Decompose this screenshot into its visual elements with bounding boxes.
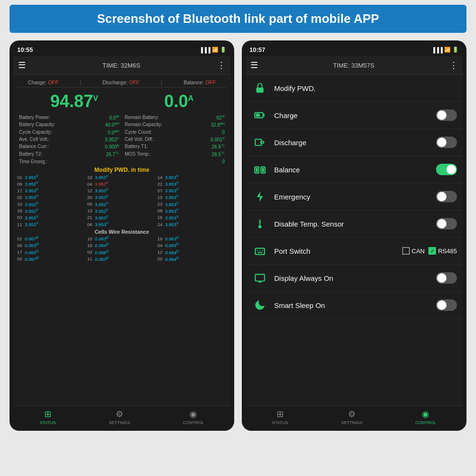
modify-title: Modify PWD. in time: [17, 165, 227, 174]
control-icon-wrap: [251, 269, 268, 287]
cell-item: 073.953V: [158, 188, 227, 193]
discharge-status: Discharge: OFF: [102, 79, 139, 85]
toggle-smart-sleep-on[interactable]: [436, 299, 457, 311]
toggle-charge[interactable]: [436, 109, 457, 121]
r-nav-control[interactable]: ◉ CONTROL: [415, 409, 436, 425]
cell-item: 183.952V: [17, 208, 86, 214]
rs485-checkbox[interactable]: ✓ RS485: [428, 247, 457, 255]
resistance-item: 010.067Ω: [17, 236, 86, 241]
svg-rect-13: [255, 248, 265, 255]
control-icon: ◉: [189, 409, 197, 419]
svg-marker-8: [257, 191, 263, 202]
resistance-title: Cells Wire Resistance: [17, 227, 227, 236]
rs485-checkbox-box[interactable]: ✓: [428, 247, 436, 255]
r-status-icon: ⊞: [277, 409, 284, 419]
control-icon-wrap: [251, 134, 268, 151]
cell-item: 223.953V: [158, 181, 227, 187]
control-label-5: Disable Temp. Sensor: [274, 220, 430, 228]
control-icon-wrap: [251, 297, 268, 314]
resistance-item: 200.064Ω: [158, 256, 227, 262]
right-status-icons: ▐▐▐ 📶 🔋: [432, 47, 459, 53]
r-nav-status[interactable]: ⊞ STATUS: [272, 409, 288, 425]
stat-battery-t1: Battery T1: 26.9°C: [123, 143, 227, 150]
right-bottom-nav: ⊞ STATUS ⚙ SETTINGS ◉ CONTROL: [246, 406, 463, 427]
r-hamburger-icon[interactable]: ☰: [250, 60, 258, 70]
right-status-bar: 10:57 ▐▐▐ 📶 🔋: [246, 45, 463, 56]
left-app-header: ☰ TIME: 32M6S ⋮: [13, 56, 230, 75]
r-more-icon[interactable]: ⋮: [449, 60, 458, 70]
toggle-display-always-on[interactable]: [436, 272, 457, 284]
nav-status[interactable]: ⊞ STATUS: [40, 409, 56, 425]
toggle-discharge[interactable]: [436, 137, 457, 148]
control-icon-wrap: [251, 161, 268, 178]
hamburger-icon[interactable]: ☰: [18, 60, 26, 70]
resistance-item: 170.065Ω: [17, 249, 86, 255]
stat-balance-curr: Balance Curr.: 0.000A: [17, 143, 121, 150]
resistance-item: 020.067Ω: [17, 256, 86, 262]
nav-control[interactable]: ◉ CONTROL: [183, 409, 204, 425]
control-icon-wrap: [251, 79, 268, 97]
wifi-icon: 📶: [212, 47, 218, 53]
stats-grid: Battery Power: 0.0W Remain Battery: 82% …: [17, 113, 227, 159]
right-phone: 10:57 ▐▐▐ 📶 🔋 ☰ TIME: 33M57S ⋮ Modify PW…: [242, 40, 466, 431]
cell-item: 113.953V: [17, 221, 86, 227]
control-item: Smart Sleep On: [246, 292, 463, 319]
stat-remain-battery: Remain Battery: 82%: [123, 114, 227, 121]
stat-mos-temp: MOS Temp.: 28.5°C: [123, 151, 227, 158]
header-banner: Screenshot of Bluetooth link part of mob…: [10, 5, 466, 33]
right-app-time: TIME: 33M57S: [333, 62, 375, 69]
settings-icon: ⚙: [116, 409, 123, 419]
left-status-section: Charge: OFF | Discharge: OFF | Balance: …: [13, 75, 230, 406]
rs485-label: RS485: [438, 248, 457, 255]
resistance-grid: 010.067Ω100.063Ω190.063Ω090.063Ω180.064Ω…: [17, 236, 227, 262]
control-item: Balance: [246, 156, 463, 183]
cell-item: 133.952V: [87, 208, 156, 214]
more-icon[interactable]: ⋮: [217, 60, 226, 70]
svg-point-12: [258, 225, 262, 228]
r-wifi-icon: 📶: [444, 47, 451, 53]
left-phone: 10:55 ▐▐▐ 📶 🔋 ☰ TIME: 32M6S ⋮ Charge: OF…: [10, 40, 234, 431]
toggle-emergency[interactable]: [436, 191, 457, 202]
port-switch-row: CAN ✓ RS485: [402, 247, 457, 255]
battery-icon: 🔋: [220, 47, 227, 53]
page-title: Screenshot of Bluetooth link part of mob…: [19, 11, 457, 26]
stat-cycle-count: Cycle Count: 0: [123, 129, 227, 136]
control-item: Discharge: [246, 129, 463, 156]
control-item: Modify PWD.: [246, 75, 463, 102]
control-item: Display Always On: [246, 265, 463, 292]
svg-rect-2: [256, 114, 260, 117]
stat-cycle-capacity: Cycle Capacity: 0.0AH: [17, 129, 121, 136]
control-list: Modify PWD. Charge Discharge Balance Eme…: [246, 75, 463, 406]
cell-item: 193.953V: [87, 174, 156, 180]
control-item: Emergency: [246, 183, 463, 210]
resistance-item: 190.063Ω: [158, 236, 227, 241]
cell-item: 203.953V: [87, 194, 156, 200]
can-checkbox[interactable]: CAN: [402, 247, 425, 255]
right-app-header: ☰ TIME: 33M57S ⋮: [246, 56, 463, 75]
control-label-7: Display Always On: [274, 274, 430, 282]
stat-avg-cell-volt: Ave. Cell Volt.: 3.953V: [17, 136, 121, 143]
status-icon: ⊞: [44, 409, 51, 419]
r-battery-icon: 🔋: [452, 47, 459, 53]
cell-item: 163.953V: [158, 215, 227, 220]
cell-item: 153.953V: [158, 194, 227, 200]
big-values: 94.87V 0.0A: [17, 88, 227, 113]
control-label-2: Discharge: [274, 139, 430, 147]
control-label-1: Charge: [274, 111, 430, 119]
nav-settings[interactable]: ⚙ SETTINGS: [109, 409, 130, 425]
toggle-balance[interactable]: [436, 164, 457, 175]
balance-status: Balance: OFF: [184, 79, 216, 85]
cell-item: 053.952V: [87, 201, 156, 207]
stat-battery-capacity: Battery Capacity: 40.0AH: [17, 121, 121, 128]
left-bottom-nav: ⊞ STATUS ⚙ SETTINGS ◉ CONTROL: [13, 406, 230, 427]
can-checkbox-box[interactable]: [402, 247, 410, 255]
phones-row: 10:55 ▐▐▐ 📶 🔋 ☰ TIME: 32M6S ⋮ Charge: OF…: [10, 40, 466, 431]
resistance-item: 100.063Ω: [87, 236, 156, 241]
control-item: Port Switch CAN ✓ RS485: [246, 238, 463, 265]
stat-remain-capacity: Remain Capacity: 32.8AH: [123, 121, 227, 128]
r-nav-settings[interactable]: ⚙ SETTINGS: [341, 409, 363, 425]
cell-item: 043.952V: [87, 181, 156, 187]
stat-battery-power: Battery Power: 0.0W: [17, 114, 121, 121]
charge-status: Charge: OFF: [28, 79, 58, 85]
toggle-disable-temp.-sensor[interactable]: [436, 218, 457, 229]
